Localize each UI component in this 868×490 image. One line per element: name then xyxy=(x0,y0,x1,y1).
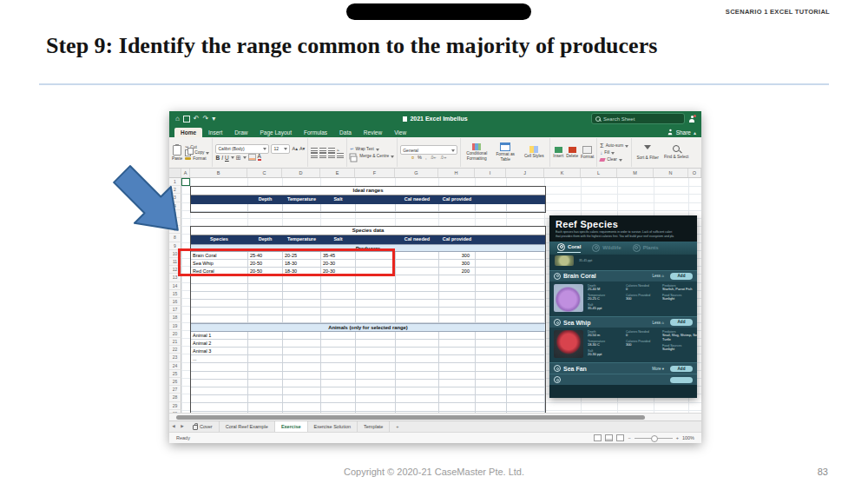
align-middle-icon[interactable] xyxy=(319,148,326,153)
menu-tab-insert[interactable]: Insert xyxy=(202,128,228,137)
sheet-nav-right-button[interactable]: ▶ xyxy=(178,421,187,432)
cell[interactable] xyxy=(507,355,545,363)
cell[interactable] xyxy=(507,195,545,203)
cell[interactable] xyxy=(283,204,321,212)
cell[interactable] xyxy=(356,380,396,387)
cell[interactable] xyxy=(476,387,507,395)
fill-button[interactable]: ↓Fill xyxy=(600,149,628,156)
cell[interactable] xyxy=(396,412,439,414)
cell[interactable] xyxy=(439,292,476,300)
cell[interactable] xyxy=(356,195,396,203)
menu-tab-review[interactable]: Review xyxy=(358,128,388,137)
row-header-14[interactable]: 14 xyxy=(169,282,181,290)
percent-icon[interactable]: % xyxy=(418,155,422,160)
cell[interactable] xyxy=(507,260,545,268)
cell[interactable] xyxy=(439,363,476,371)
cell[interactable] xyxy=(439,300,476,308)
customize-toolbar-icon[interactable]: ▾ xyxy=(212,116,215,122)
row-header-19[interactable]: 19 xyxy=(169,322,181,330)
cell[interactable] xyxy=(507,380,545,387)
row-header-20[interactable]: 20 xyxy=(169,330,181,338)
share-button[interactable]: Share ▴ xyxy=(667,129,696,137)
cell[interactable] xyxy=(283,340,321,348)
cell[interactable] xyxy=(396,315,439,323)
cell[interactable] xyxy=(191,412,248,414)
row-header-24[interactable]: 24 xyxy=(169,362,181,370)
cell[interactable] xyxy=(439,380,476,387)
zoom-slider[interactable] xyxy=(635,438,673,439)
cell[interactable] xyxy=(396,204,439,212)
cell[interactable]: 300 xyxy=(439,252,476,260)
add-species-button[interactable]: Add xyxy=(670,273,693,280)
cell[interactable] xyxy=(396,332,439,340)
undo-icon[interactable]: ↶ xyxy=(194,116,200,122)
cell[interactable] xyxy=(439,355,476,363)
species-row-sea-whip[interactable]: Sea WhipLess ⌂Add xyxy=(549,316,697,328)
cell[interactable] xyxy=(356,372,396,380)
cell[interactable] xyxy=(476,235,507,243)
cell[interactable] xyxy=(248,387,283,395)
cell[interactable] xyxy=(191,204,248,212)
cell[interactable] xyxy=(191,300,248,308)
sheet-tab-coral-reef-example[interactable]: Coral Reef Example xyxy=(220,421,275,432)
sheet-nav-left-button[interactable]: ◀ xyxy=(169,421,178,432)
column-header-c[interactable]: C xyxy=(247,169,282,177)
zoom-out-button[interactable]: − xyxy=(628,435,630,440)
cell[interactable]: Salt xyxy=(321,195,356,203)
cell[interactable] xyxy=(507,372,545,380)
add-species-button[interactable] xyxy=(670,377,693,384)
cell[interactable] xyxy=(321,308,356,315)
select-all-corner[interactable] xyxy=(169,169,181,177)
cell[interactable] xyxy=(191,275,248,283)
cell[interactable] xyxy=(248,292,283,300)
cell[interactable] xyxy=(191,308,248,315)
cell[interactable] xyxy=(507,315,545,323)
cell[interactable] xyxy=(507,300,545,308)
cell[interactable]: Temperature xyxy=(283,235,321,243)
page-break-view-icon[interactable] xyxy=(616,434,624,441)
cell[interactable] xyxy=(396,292,439,300)
cell[interactable] xyxy=(356,332,396,340)
cell[interactable] xyxy=(396,308,439,315)
cell[interactable] xyxy=(356,315,396,323)
align-top-icon[interactable] xyxy=(311,148,318,153)
cell-styles-button[interactable]: Cell Styles xyxy=(521,146,547,159)
cell[interactable]: Cal needed xyxy=(396,195,439,203)
column-header-d[interactable]: D xyxy=(282,169,320,177)
cell[interactable] xyxy=(439,387,476,395)
clear-button[interactable]: Clear xyxy=(600,156,628,163)
cell[interactable] xyxy=(476,355,507,363)
cell[interactable] xyxy=(439,284,476,292)
cell[interactable] xyxy=(396,300,439,308)
reef-tab-coral[interactable]: Coral xyxy=(557,243,581,253)
column-header-j[interactable]: J xyxy=(506,169,544,177)
cell[interactable] xyxy=(191,292,248,300)
increase-decimal-icon[interactable]: .0↞ xyxy=(430,156,437,160)
row-header-23[interactable]: 23 xyxy=(169,354,181,361)
cell[interactable] xyxy=(191,372,248,380)
cell[interactable] xyxy=(191,195,248,203)
indent-icon[interactable] xyxy=(337,153,344,158)
comma-style-icon[interactable]: , xyxy=(425,155,427,160)
cell[interactable] xyxy=(283,372,321,380)
cell[interactable] xyxy=(248,412,283,414)
cell[interactable] xyxy=(396,268,439,275)
menu-tab-home[interactable]: Home xyxy=(174,128,202,137)
cell[interactable] xyxy=(396,363,439,371)
cell[interactable] xyxy=(356,387,396,395)
cell[interactable] xyxy=(321,315,356,323)
cell[interactable] xyxy=(476,308,507,315)
cell[interactable] xyxy=(507,348,545,355)
cell[interactable] xyxy=(476,252,507,260)
italic-button[interactable]: I xyxy=(221,155,223,161)
column-header-e[interactable]: E xyxy=(320,169,355,177)
orientation-button[interactable]: ⟀ xyxy=(337,147,339,153)
fill-color-button[interactable] xyxy=(248,154,256,161)
cell[interactable] xyxy=(356,403,396,411)
align-bottom-icon[interactable] xyxy=(328,148,335,153)
cell[interactable]: Cal needed xyxy=(396,235,439,243)
cell[interactable] xyxy=(321,372,356,380)
cell[interactable] xyxy=(356,395,396,403)
wrap-text-button[interactable]: ↩Wrap Text xyxy=(350,146,394,153)
sheet-tab-cover[interactable]: Cover xyxy=(187,421,220,432)
